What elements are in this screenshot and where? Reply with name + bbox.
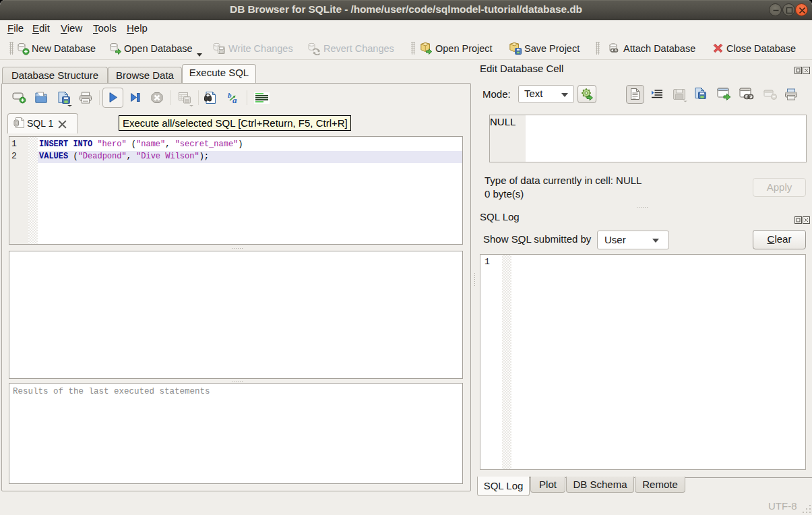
svg-text:b: b: [228, 92, 232, 99]
